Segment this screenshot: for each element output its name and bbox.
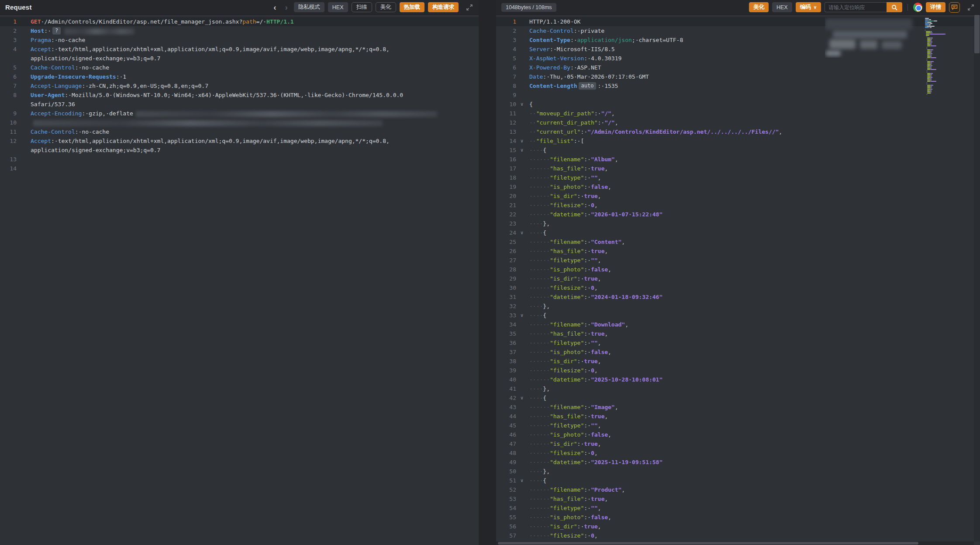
gutter-space	[516, 63, 528, 72]
gutter-space	[17, 127, 29, 136]
gutter-space	[516, 35, 528, 45]
code-line: 35······"has_file":·true,	[496, 329, 980, 338]
code-line: 27······"filetype":·"",	[496, 256, 980, 265]
history-next-icon[interactable]: ›	[282, 3, 290, 11]
detail-button[interactable]: 详情	[926, 2, 945, 12]
vertical-scrollbar-thumb[interactable]	[974, 15, 980, 53]
encode-button[interactable]: 编码∨	[796, 2, 821, 12]
code-line: 28······"is_photo":·false,	[496, 265, 980, 274]
gutter-space	[516, 531, 528, 540]
request-toolbar: Request ‹ › 隐私模式HEX扫描美化热加载构造请求	[0, 0, 479, 15]
beautify-response-button[interactable]: 美化	[749, 2, 769, 12]
fullscreen-icon[interactable]	[466, 3, 473, 11]
chrome-icon[interactable]	[913, 3, 922, 12]
gutter-space	[17, 35, 29, 45]
code-line: 53······"has_file":·true,	[496, 494, 980, 503]
gutter-space	[516, 45, 528, 54]
code-line: 23····},	[496, 219, 980, 228]
gutter-space	[516, 338, 528, 347]
gutter-space	[516, 81, 528, 90]
code-line: 48······"filesize":·0,	[496, 448, 980, 458]
gutter-space	[516, 182, 528, 191]
code-line: 10∨{	[496, 100, 980, 109]
code-line: 32····},	[496, 302, 980, 311]
hex-button[interactable]: HEX	[328, 2, 348, 12]
code-line: 55······"is_photo":·false,	[496, 513, 980, 522]
response-size-badge: 1048bytes / 108ms	[501, 3, 556, 12]
gutter-space	[516, 421, 528, 430]
hex-response-button[interactable]: HEX	[772, 2, 792, 12]
code-line: application/signed-exchange;v=b3;q=0.7	[0, 146, 479, 155]
fold-toggle-icon[interactable]: ∨	[516, 146, 528, 155]
gutter-space	[516, 458, 528, 467]
gutter-space	[516, 219, 528, 228]
fold-toggle-icon[interactable]: ∨	[516, 136, 528, 146]
code-line: 31······"datetime":·"2024-01-18·09:32:46…	[496, 292, 980, 302]
code-line: 6X-Powered-By:·ASP.NET	[496, 63, 980, 72]
minimap[interactable]	[925, 17, 965, 95]
horizontal-scrollbar[interactable]	[496, 542, 974, 545]
gutter-space	[516, 494, 528, 503]
fold-toggle-icon[interactable]: ∨	[516, 393, 528, 403]
gutter-space	[516, 366, 528, 375]
code-line: 4Accept:·text/html,application/xhtml+xml…	[0, 45, 479, 54]
fold-toggle-icon[interactable]: ∨	[516, 100, 528, 109]
gutter-space	[516, 302, 528, 311]
beautify-button[interactable]: 美化	[376, 2, 396, 12]
inline-badge: ?	[52, 27, 61, 35]
fullscreen-response-icon[interactable]	[967, 3, 975, 11]
request-title: Request	[5, 3, 32, 11]
fold-toggle-icon[interactable]: ∨	[516, 476, 528, 485]
vertical-scrollbar[interactable]	[974, 15, 980, 542]
gutter-space	[516, 210, 528, 219]
gutter-space	[516, 329, 528, 338]
gutter-space	[516, 54, 528, 63]
code-line: 11Cache-Control:·no-cache	[0, 127, 479, 136]
search-input[interactable]	[825, 2, 887, 12]
code-line: 42∨····{	[496, 393, 980, 403]
code-line: 40······"datetime":·"2025-10-28·10:08:01…	[496, 375, 980, 384]
gutter-space	[516, 72, 528, 81]
gutter-space	[516, 357, 528, 366]
feedback-chat-icon[interactable]	[949, 2, 960, 13]
gutter-space	[17, 72, 29, 81]
search-button[interactable]	[887, 2, 902, 12]
fold-toggle-icon[interactable]: ∨	[516, 228, 528, 237]
gutter-space	[516, 320, 528, 329]
request-editor[interactable]: 1GET·/Admin/Controls/KindEditor/asp.net/…	[0, 15, 479, 545]
hot-reload-button[interactable]: 热加载	[400, 2, 425, 12]
gutter-space	[516, 173, 528, 182]
scan-button[interactable]: 扫描	[352, 2, 372, 12]
gutter-space	[516, 256, 528, 265]
response-editor[interactable]: 1HTTP/1.1·200·OK2Cache-Control:·private3…	[496, 15, 980, 545]
gutter-space	[17, 164, 29, 173]
gutter-space	[516, 26, 528, 35]
gutter-space	[516, 467, 528, 476]
code-line: 13	[0, 155, 479, 164]
gutter-space	[516, 384, 528, 393]
construct-request-button[interactable]: 构造请求	[428, 2, 459, 12]
horizontal-scrollbar-thumb[interactable]	[498, 542, 918, 545]
code-line: 11··"moveup_dir_path":·"/",	[496, 109, 980, 118]
response-panel: 1048bytes / 108ms 美化HEX编码∨ 详情 1HTTP/1.1·…	[496, 0, 980, 545]
gutter-space	[516, 246, 528, 256]
gutter-space	[17, 146, 29, 155]
code-line: 12Accept:·text/html,application/xhtml+xm…	[0, 136, 479, 146]
code-line: 30······"filesize":·0,	[496, 283, 980, 292]
code-line: 49······"datetime":·"2025-11-19·09:51:58…	[496, 458, 980, 467]
code-line: 37······"is_photo":·false,	[496, 347, 980, 357]
gutter-space	[17, 45, 29, 54]
privacy-mode-button[interactable]: 隐私模式	[294, 2, 324, 12]
gutter-space	[516, 118, 528, 127]
gutter-space	[516, 403, 528, 412]
gutter-space	[516, 430, 528, 439]
history-prev-icon[interactable]: ‹	[271, 3, 279, 11]
code-line: 51∨····{	[496, 476, 980, 485]
code-line: 33∨····{	[496, 311, 980, 320]
gutter-space	[17, 63, 29, 72]
gutter-space	[516, 191, 528, 201]
fold-toggle-icon[interactable]: ∨	[516, 311, 528, 320]
gutter-space	[516, 522, 528, 531]
code-line: 21······"filesize":·0,	[496, 201, 980, 210]
code-line: 46······"is_photo":·false,	[496, 430, 980, 439]
